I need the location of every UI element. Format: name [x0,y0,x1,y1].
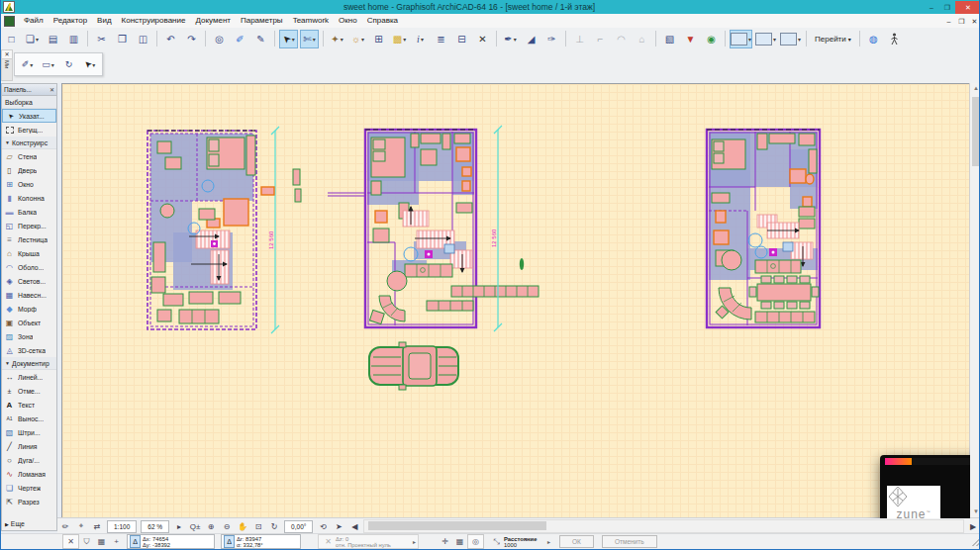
zoom-level-button[interactable]: 62 % [141,520,169,533]
ok-button[interactable]: ОК [559,535,594,548]
section-document[interactable]: ▼Документир [2,357,56,370]
scroll-down-icon[interactable]: ▼ [970,506,980,517]
floor-plan-1[interactable] [147,131,256,329]
look-to-button[interactable]: ➤ [332,520,345,533]
element-settings-button[interactable]: i [411,30,430,48]
tool-item-morph[interactable]: Морф [2,302,56,316]
delete-button[interactable]: ✕ [473,30,492,48]
minimize-button[interactable]: – [924,1,939,14]
tool-item-skylight[interactable]: Светов... [2,274,56,288]
slope-button[interactable]: ◢ [522,30,540,48]
tool-item-wall[interactable]: Стена [2,149,56,163]
toolbox-close-icon[interactable]: ✕ [49,86,54,93]
menu-edit[interactable]: Редактор [49,14,92,28]
inject-parameters-button[interactable]: ✎ [251,30,270,48]
tool-item-beam[interactable]: Балка [2,205,56,219]
plant-symbol[interactable] [520,258,524,270]
marker-line-button[interactable]: ✐ [18,55,37,74]
arc-segment-button[interactable]: ◠ [612,30,631,48]
dimension-line-2[interactable]: 12 560 [491,126,502,331]
tool-item-dimension[interactable]: Линей... [2,370,56,384]
snap-grid-button[interactable]: ▦ [94,535,109,548]
open-button[interactable]: ❏ [23,30,42,48]
section-design[interactable]: ▼Конструирс [2,137,56,149]
zoom-in-button[interactable]: ⊕ [204,520,218,533]
paste-button[interactable]: ◫ [134,30,152,48]
drawing-canvas[interactable]: 12 560 [61,83,970,518]
tool-item-door[interactable]: Дверь [2,163,56,177]
tool-item-mesh[interactable]: 3D-сетка [2,343,56,357]
pen-set-button[interactable]: ✒ [501,30,520,48]
orientation-button[interactable]: 0,00° [284,520,313,533]
snap-plus-button[interactable]: ✛ [438,535,452,548]
suspend-groups-button[interactable]: ☼ [348,30,367,48]
tool-item-column[interactable]: Колонна [2,191,56,205]
snap-elements-button[interactable]: ▦ [452,535,467,548]
vertical-scroll-thumb[interactable] [972,97,980,166]
view-preset-button-1[interactable] [730,30,752,48]
scroll-left-icon[interactable]: ◀ [347,520,361,533]
mdi-close-button[interactable]: ✕ [968,15,980,28]
redo-button[interactable]: ↷ [182,30,201,48]
3d-view-button[interactable]: ▧ [660,30,679,48]
tool-item-arrow[interactable]: Указат... [2,109,56,123]
tracker-z[interactable]: ✕ Δz: 0 отн. Проектный нуль ▸ [318,534,419,549]
menu-design[interactable]: Конструирование [117,14,191,28]
markup-tools-button[interactable]: ▼ [681,30,700,48]
layouts-button[interactable]: ⊟ [452,30,471,48]
cancel-input-button[interactable]: ✕ [62,534,79,549]
stories-button[interactable]: ≣ [432,30,450,48]
tool-item-drawing[interactable]: Чертеж [2,481,56,495]
walk-mode-button[interactable] [885,30,904,48]
target-button[interactable]: ◉ [702,30,721,48]
menu-file[interactable]: Файл [19,14,49,28]
tool-item-stair[interactable]: Лестница [2,232,56,246]
new-document-button[interactable]: □ [2,30,21,48]
tool-item-level-dimension[interactable]: Отме... [2,384,56,398]
menu-document[interactable]: Документ [190,14,236,28]
resize-grip[interactable] [972,538,980,546]
fillet-corner-button[interactable]: ⌐ [591,30,610,48]
horizontal-scroll-thumb[interactable] [368,521,546,530]
zoom-button[interactable]: Q± [188,520,202,533]
floor-plan-2[interactable] [328,130,539,327]
tool-item-arc[interactable]: Дуга/... [2,453,56,467]
tool-item-object[interactable]: Объект [2,316,56,329]
dimension-line-1[interactable]: 12 560 [268,127,279,333]
trim-tool-button[interactable]: ✄ [300,30,319,48]
rotate-view-button[interactable]: ↻ [267,520,281,533]
view-preset-button-3[interactable] [779,30,802,48]
print-button[interactable]: ▥ [64,30,83,48]
menu-teamwork[interactable]: Teamwork [288,14,334,28]
home-story-button[interactable]: ⌂ [633,30,651,48]
find-select-button[interactable]: ◎ [210,30,229,48]
cut-button[interactable]: ✂ [92,30,111,48]
tool-item-slab[interactable]: Перекр... [2,219,56,232]
navigator-preview-button[interactable]: ⌖ [74,520,88,533]
arrow-tool-button[interactable]: ➤ [279,30,298,48]
toolbox-header[interactable]: Панель... ✕ [2,84,56,96]
restore-button[interactable]: ❐ [939,1,955,14]
tool-item-polyline[interactable]: Ломаная [2,467,56,481]
freehand-pen-button[interactable]: ✑ [542,30,561,48]
favorites-button[interactable]: ▩ [390,30,409,48]
floor-plan-3[interactable] [707,130,820,327]
tool-item-fill[interactable]: Штри... [2,425,56,439]
vertical-scrollbar[interactable]: ▲ ▼ [969,83,980,517]
zoom-out-button[interactable]: ⊖ [220,520,234,533]
tracker-expand-icon[interactable]: ▸ [413,538,416,545]
model-compare-button[interactable]: ⇄ [90,520,104,533]
tool-item-zone[interactable]: Зона [2,329,56,343]
close-button[interactable]: ✕ [955,1,980,14]
mdi-minimize-button[interactable]: – [942,15,955,28]
horizontal-scrollbar[interactable] [363,519,964,533]
copy-button[interactable]: ❐ [113,30,132,48]
tool-item-label[interactable]: Вынос... [2,412,56,425]
magic-wand-button[interactable]: ✦ [328,30,346,48]
cancel-button[interactable]: Отменить [602,535,657,548]
goto-button[interactable]: Перейти [810,34,856,45]
grid-snap-button[interactable]: ⊞ [369,30,388,48]
cursor-button[interactable]: ➤ [80,55,99,74]
view-preset-button-2[interactable] [754,30,777,48]
pan-button[interactable]: ✋ [236,520,249,533]
